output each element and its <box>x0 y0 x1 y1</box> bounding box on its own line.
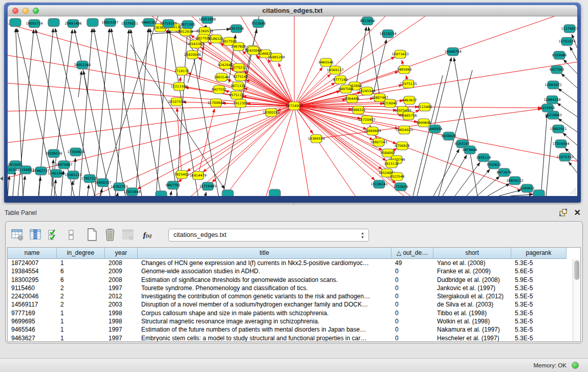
table-cell[interactable]: 18300295 <box>8 276 57 284</box>
graph-node[interactable]: 1615132 <box>384 160 399 168</box>
network-canvas[interactable]: 1872400718300295193845547163822886012889… <box>8 16 577 196</box>
table-cell[interactable]: 5.5E-5 <box>511 292 567 300</box>
graph-node[interactable]: 9777169 <box>333 76 348 84</box>
graph-node[interactable]: 7986322 <box>351 106 366 114</box>
table-scrollbar[interactable] <box>573 259 580 341</box>
graph-node[interactable]: 16648784 <box>444 48 461 56</box>
graph-node[interactable]: 19654923 <box>396 126 412 134</box>
table-cell[interactable]: 5.3E-5 <box>511 300 567 309</box>
table-cell[interactable]: Dudbridge et al. (2008) <box>433 276 511 284</box>
graph-node[interactable] <box>10 18 21 27</box>
table-cell[interactable]: Embryonic stem cells: a model to study s… <box>138 334 391 342</box>
graph-node[interactable]: 9129966 <box>552 51 567 59</box>
table-cell[interactable]: 0 <box>391 325 433 334</box>
table-cell[interactable]: 2012 <box>105 292 138 300</box>
table-cell[interactable]: 5.9E-5 <box>511 276 567 284</box>
table-cell[interactable]: Yano et al. (2008) <box>433 259 511 267</box>
graph-node[interactable]: 2718176 <box>175 67 189 75</box>
graph-node[interactable]: 17359924 <box>67 148 84 156</box>
table-cell[interactable]: 5.3E-5 <box>511 259 567 267</box>
graph-node[interactable]: 7513585 <box>251 19 266 28</box>
graph-node[interactable]: 15505115 <box>64 171 81 179</box>
delete-table-disabled-button[interactable] <box>121 228 135 242</box>
table-cell[interactable]: 1997 <box>105 334 138 342</box>
table-cell[interactable]: 5.3E-5 <box>511 325 567 334</box>
table-cell[interactable]: Estimation of the future numbers of pati… <box>138 325 391 334</box>
table-row[interactable]: 911546021997Tourette syndrome. Phenomeno… <box>8 284 580 292</box>
graph-node[interactable]: 2522546 <box>390 172 405 181</box>
graph-node[interactable]: 8471676 <box>497 168 512 177</box>
table-cell[interactable]: 1997 <box>105 284 138 292</box>
table-scrollbar-thumb[interactable] <box>574 260 579 280</box>
table-row[interactable]: 1456911722003Disruption of a novel membe… <box>8 300 580 309</box>
network-view-window[interactable]: citations_edges.txt 18724007183002951938… <box>4 3 581 203</box>
table-cell[interactable]: 9465546 <box>8 325 57 334</box>
graph-node[interactable]: 7932621 <box>487 161 502 169</box>
table-cell[interactable]: 2009 <box>105 267 138 275</box>
table-cell[interactable]: 0 <box>391 284 433 292</box>
graph-node[interactable] <box>156 191 167 196</box>
graph-node[interactable]: 9756928 <box>395 142 410 150</box>
graph-node[interactable]: 2967608 <box>231 42 246 51</box>
graph-node[interactable]: 6216045 <box>383 99 398 107</box>
graph-node[interactable]: 9457791 <box>166 181 181 189</box>
float-panel-icon[interactable] <box>559 209 568 216</box>
graph-node[interactable]: 15692911 <box>550 125 567 133</box>
graph-node[interactable]: 19055724 <box>26 19 42 28</box>
table-row[interactable]: 946554611997Estimation of the future num… <box>8 325 580 334</box>
table-cell[interactable]: Disruption of a novel member of a sodium… <box>138 300 391 309</box>
column-header[interactable]: year <box>105 248 138 259</box>
table-row[interactable]: 969969511998Structural magnetic resonanc… <box>8 317 580 325</box>
table-cell[interactable]: 18724007 <box>8 259 57 267</box>
table-cell[interactable]: 5.6E-5 <box>511 267 567 275</box>
table-cell[interactable]: 2008 <box>105 276 138 284</box>
graph-node[interactable]: 19218154 <box>379 30 396 38</box>
table-cell[interactable]: 5.3E-5 <box>511 284 567 292</box>
graph-node[interactable]: 15716485 <box>199 182 216 190</box>
new-table-button[interactable] <box>85 228 99 242</box>
table-cell[interactable]: 5.3E-5 <box>511 317 567 325</box>
table-cell[interactable]: Franke et al. (2009) <box>433 267 511 275</box>
table-cell[interactable]: de Silva et al. (2003) <box>433 300 511 309</box>
table-cell[interactable]: 9777169 <box>8 309 57 317</box>
table-cell[interactable]: 5.3E-5 <box>511 334 567 342</box>
graph-node[interactable]: 20053346 <box>74 61 91 69</box>
graph-node[interactable]: 1640954 <box>428 125 443 133</box>
table-cell[interactable]: 2 <box>57 284 105 292</box>
graph-node[interactable]: 12213389 <box>170 82 187 91</box>
graph-node[interactable]: 12093872 <box>545 81 561 89</box>
table-cell[interactable]: 0 <box>391 300 433 309</box>
table-cell[interactable]: 14569117 <box>8 300 57 309</box>
graph-node[interactable]: 20691406 <box>64 19 81 28</box>
table-cell[interactable]: Wolkin et al. (1998) <box>433 317 511 325</box>
column-header[interactable]: name <box>8 248 57 259</box>
graph-node[interactable]: 10654112 <box>506 177 523 185</box>
memory-ok-indicator-icon[interactable] <box>572 362 579 369</box>
graph-node[interactable]: 2803144 <box>214 73 229 81</box>
graph-node[interactable]: 11174021 <box>561 25 577 33</box>
graph-node[interactable]: 9497568 <box>339 85 354 93</box>
collapse-panel-arrow-icon[interactable] <box>0 177 3 181</box>
graph-node[interactable]: 8215955 <box>540 104 555 112</box>
show-columns-button[interactable] <box>29 228 42 242</box>
table-cell[interactable]: Genome-wide association studies in ADHD. <box>138 267 391 275</box>
column-header[interactable]: in_degree <box>57 248 105 259</box>
graph-node[interactable]: 1733426 <box>394 183 408 191</box>
table-cell[interactable]: 0 <box>391 276 433 284</box>
table-cell[interactable]: 2 <box>57 300 105 309</box>
table-row[interactable]: 946362711997Embryonic stem cells: a mode… <box>8 334 580 342</box>
graph-node[interactable]: 4275142 <box>233 73 248 81</box>
graph-node[interactable]: 3671323 <box>231 82 246 90</box>
graph-node[interactable] <box>222 190 233 196</box>
table-cell[interactable]: 1 <box>57 259 105 267</box>
graph-node[interactable]: 7485063 <box>397 65 412 74</box>
window-titlebar[interactable]: citations_edges.txt <box>8 5 577 16</box>
graph-node[interactable]: 8186328 <box>209 35 224 43</box>
graph-node[interactable]: 12975115 <box>400 80 417 88</box>
graph-node[interactable]: 8938928 <box>442 132 456 140</box>
graph-node[interactable]: 15136141 <box>371 180 387 188</box>
graph-node[interactable]: 15276021 <box>121 19 138 28</box>
table-cell[interactable]: 49 <box>391 259 433 267</box>
graph-node[interactable]: 8427552 <box>212 85 227 94</box>
graph-node[interactable]: 9115460 <box>418 103 432 111</box>
